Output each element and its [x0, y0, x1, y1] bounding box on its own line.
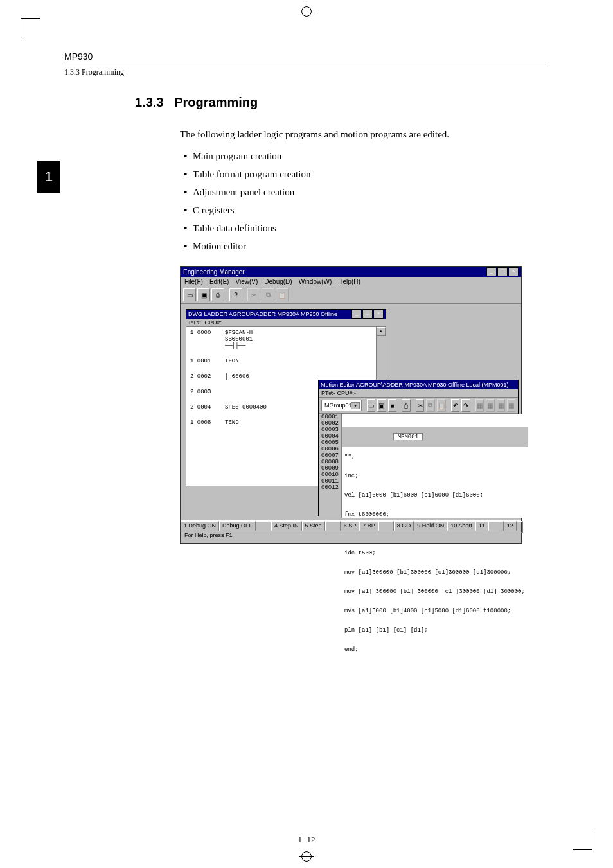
motion-window-title: Motion Editor AGROUP\ADDER MP930A MP930 … [321, 382, 508, 388]
status-bar: For Help, press F1 [181, 531, 521, 543]
open-icon[interactable]: ▣ [197, 288, 210, 301]
ladder-row-index: 1 0000 [190, 330, 216, 349]
code-line: end; [344, 646, 525, 653]
copy-icon[interactable]: ⧉ [262, 288, 274, 301]
copy-icon[interactable]: ⧉ [426, 399, 434, 412]
app-title: Engineering Manager [183, 269, 245, 276]
screenshot-figure: Engineering Manager _ □ × File(F) Edit(E… [180, 266, 522, 544]
scroll-up-icon[interactable]: ▴ [377, 327, 386, 336]
tool-icon[interactable]: ▦ [497, 399, 505, 412]
header-model: MP930 [64, 51, 549, 62]
motion-editor-body: 00001 00002 00003 00004 00005 00006 0000… [319, 414, 518, 518]
menu-window[interactable]: Window(W) [299, 278, 332, 285]
ladder-window-subtitle: PT#:- CPU#:- [186, 319, 386, 327]
ladder-row-index: 2 0004 [190, 404, 216, 411]
ladder-window-titlebar: DWG LADDER AGROUP\ADDER MP930A MP930 Off… [186, 310, 386, 319]
minimize-button[interactable]: _ [351, 310, 362, 319]
crop-mark-bottom-right [573, 830, 592, 850]
bullet-list: Main program creation Table format progr… [193, 150, 549, 252]
print-icon[interactable]: ⎙ [402, 399, 410, 412]
bullet-item: Adjustment panel creation [193, 186, 549, 198]
header-rule [64, 66, 549, 66]
code-line: fmx t8000000; [344, 511, 525, 518]
line-number: 00011 [319, 478, 341, 484]
motion-window-titlebar: Motion Editor AGROUP\ADDER MP930A MP930 … [319, 380, 518, 389]
group-select[interactable]: MGroup01 [321, 400, 362, 411]
code-line: ""; [344, 454, 525, 460]
line-number: 00010 [319, 472, 341, 478]
help-icon[interactable]: ? [229, 288, 242, 301]
section-number: 1.3.3 [135, 95, 163, 109]
line-number: 00006 [319, 446, 341, 452]
cut-icon[interactable]: ✂ [416, 399, 424, 412]
code-line: mvs [a1]3000 [b1]4000 [c1]5000 [d1]6000 … [344, 608, 525, 614]
ladder-row-symbol: ├ 00000 [225, 373, 382, 380]
crop-mark-top-left [21, 18, 40, 38]
line-number: 00002 [319, 420, 341, 427]
maximize-button[interactable]: □ [497, 267, 508, 276]
bullet-item: C registers [193, 204, 549, 216]
line-number-gutter: 00001 00002 00003 00004 00005 00006 0000… [319, 414, 342, 518]
registration-mark-top [299, 4, 314, 19]
code-line: idc t500; [344, 550, 525, 556]
menu-help[interactable]: Help(H) [338, 278, 360, 285]
bullet-item: Main program creation [193, 150, 549, 162]
line-number: 00001 [319, 414, 341, 420]
open-icon[interactable]: ▣ [377, 399, 386, 412]
page-content: MP930 1.3.3 Programming 1.3.3 Programmin… [64, 51, 549, 817]
line-number: 00009 [319, 465, 341, 472]
menu-file[interactable]: File(F) [184, 278, 203, 285]
new-icon[interactable]: ▭ [183, 288, 196, 301]
header-breadcrumb: 1.3.3 Programming [64, 67, 549, 77]
code-tab[interactable]: MPM001 [393, 433, 423, 440]
paste-icon[interactable]: 📋 [276, 288, 289, 301]
registration-mark-bottom [299, 849, 314, 864]
motion-window-subtitle: PT#:- CPU#:- [319, 389, 518, 398]
code-line: mov [a1] 300000 [b1] 300000 [c1 ]300000 … [344, 589, 525, 595]
ladder-row-index: 1 0008 [190, 420, 216, 426]
paste-icon[interactable]: 📋 [437, 399, 446, 412]
minimize-button[interactable]: _ [486, 267, 497, 276]
page-number: 1 -12 [298, 835, 315, 845]
ladder-window-title: DWG LADDER AGROUP\ADDER MP930A MP930 Off… [188, 311, 337, 317]
app-titlebar: Engineering Manager _ □ × [181, 267, 521, 277]
new-icon[interactable]: ▭ [367, 399, 375, 412]
chapter-tab: 1 [37, 161, 60, 193]
ladder-row-index: 1 0001 [190, 358, 216, 364]
motion-editor-window: Motion Editor AGROUP\ADDER MP930A MP930 … [318, 380, 519, 516]
line-number: 00004 [319, 433, 341, 439]
print-icon[interactable]: ⎙ [211, 288, 224, 301]
redo-icon[interactable]: ↷ [461, 399, 470, 412]
bullet-item: Motion editor [193, 240, 549, 252]
cut-icon[interactable]: ✂ [247, 288, 260, 301]
close-button[interactable]: × [508, 267, 519, 276]
tool-icon[interactable]: ▦ [486, 399, 494, 412]
line-number: 00012 [319, 484, 341, 491]
undo-icon[interactable]: ↶ [451, 399, 459, 412]
bullet-item: Table data definitions [193, 222, 549, 234]
line-number: 00008 [319, 459, 341, 465]
section-lead: The following ladder logic programs and … [180, 129, 549, 140]
maximize-button[interactable]: □ [362, 310, 373, 319]
toolbar: ▭ ▣ ⎙ ? ✂ ⧉ 📋 [181, 287, 521, 304]
close-button[interactable]: × [373, 310, 384, 319]
menu-view[interactable]: View(V) [235, 278, 258, 285]
motion-toolbar: MGroup01 ▭ ▣ ■ ⎙ ✂ ⧉ 📋 ↶ ↷ ▦ ▦ [319, 398, 518, 414]
menu-edit[interactable]: Edit(E) [209, 278, 229, 285]
bullet-item: Table format program creation [193, 168, 549, 180]
tool-icon[interactable]: ▦ [507, 399, 515, 412]
code-line: mov [a1]300000 [b1]300000 [c1]300000 [d1… [344, 569, 525, 576]
ladder-row-symbol: $FSCAN-H SB000001 ──┤├── [225, 330, 382, 349]
code-area[interactable]: MPM001 ""; inc; vel [a1]6000 [b1]6000 [c… [342, 414, 528, 518]
menubar: File(F) Edit(E) View(V) Debug(D) Window(… [181, 277, 521, 287]
ladder-row-index: 2 0002 [190, 373, 216, 380]
save-icon[interactable]: ■ [388, 399, 396, 412]
line-number: 00007 [319, 452, 341, 459]
section-heading: 1.3.3 Programming [135, 95, 549, 110]
tool-icon[interactable]: ▦ [475, 399, 484, 412]
line-number: 00005 [319, 439, 341, 446]
section-title: Programming [174, 95, 258, 109]
menu-debug[interactable]: Debug(D) [264, 278, 292, 285]
ladder-row-symbol: IFON [225, 358, 382, 364]
code-line: vel [a1]6000 [b1]6000 [c1]6000 [d1]6000; [344, 492, 525, 499]
